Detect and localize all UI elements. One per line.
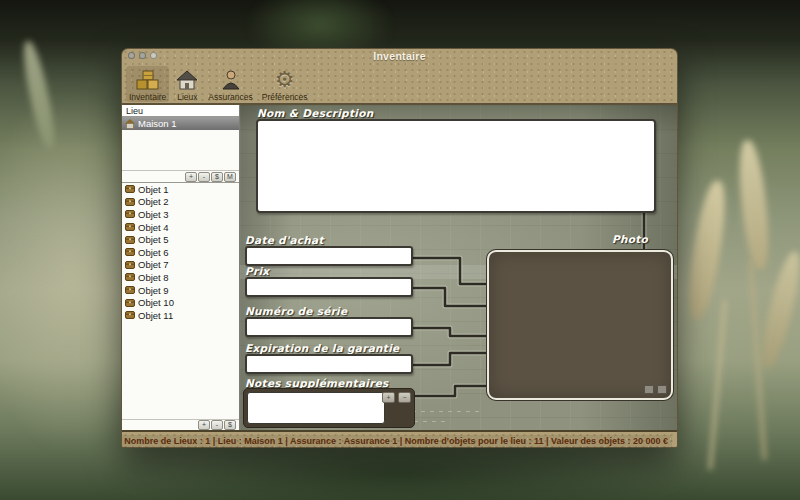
- object-row[interactable]: Objet 3: [122, 208, 239, 221]
- statusbar: Nombre de Lieux : 1 | Lieu : Maison 1 | …: [122, 430, 677, 448]
- wallpaper-foxtail: [683, 179, 731, 321]
- photo-prev-button[interactable]: [644, 385, 654, 394]
- toolbar: Inventaire Lieux: [122, 63, 677, 105]
- notes-textarea[interactable]: [247, 392, 385, 424]
- warranty-input[interactable]: [245, 354, 413, 374]
- object-list: Objet 1 Objet 2: [122, 183, 239, 322]
- lieu-list: Maison 1: [122, 117, 239, 130]
- photo-well[interactable]: [487, 250, 673, 400]
- detail-panel: Nom & Description Date d'achat Prix Numé…: [240, 105, 677, 430]
- chest-icon: [125, 273, 135, 281]
- photo-label: Photo: [612, 233, 648, 245]
- object-label: Objet 11: [138, 310, 173, 321]
- description-textarea[interactable]: [256, 119, 656, 213]
- chest-icon: [125, 236, 135, 244]
- list-action-button[interactable]: -: [211, 420, 223, 430]
- notes-add-button[interactable]: +: [382, 392, 395, 403]
- object-row[interactable]: Objet 6: [122, 246, 239, 259]
- chest-icon: [125, 261, 135, 269]
- chest-icon: [125, 248, 135, 256]
- object-label: Objet 3: [138, 209, 169, 220]
- titlebar[interactable]: Inventaire: [122, 49, 677, 63]
- prix-input[interactable]: [245, 277, 413, 297]
- object-row[interactable]: Objet 9: [122, 284, 239, 297]
- house-icon: [175, 67, 199, 92]
- object-actions: +-$: [122, 419, 239, 430]
- list-action-button[interactable]: $: [224, 420, 236, 430]
- serial-label: Numéro de série: [245, 305, 347, 317]
- sidebar: Lieu Maison 1 +-$M: [122, 105, 240, 430]
- chest-icon: [125, 198, 135, 206]
- wallpaper-foxtail: [735, 139, 772, 271]
- toolbar-item-lieux[interactable]: Lieux: [172, 66, 202, 102]
- toolbar-label: Inventaire: [129, 92, 166, 102]
- prix-label: Prix: [245, 265, 269, 277]
- desktop: Inventaire Inventaire: [0, 0, 800, 500]
- window-content: Lieu Maison 1 +-$M: [122, 105, 677, 430]
- chest-icon: [125, 185, 135, 193]
- notes-remove-button[interactable]: −: [398, 392, 411, 403]
- notes-container: + −: [243, 388, 415, 428]
- object-row[interactable]: Objet 2: [122, 196, 239, 209]
- toolbar-item-preferences[interactable]: ⚙ Préférences: [259, 66, 311, 102]
- list-action-button[interactable]: $: [211, 172, 223, 182]
- date-input[interactable]: [245, 246, 413, 266]
- lieu-row[interactable]: Maison 1: [122, 117, 239, 130]
- lieu-actions: +-$M: [122, 170, 239, 183]
- wallpaper-grass-stem: [749, 260, 766, 460]
- gear-icon: ⚙: [275, 67, 295, 92]
- object-row[interactable]: Objet 4: [122, 221, 239, 234]
- list-action-button[interactable]: +: [185, 172, 197, 182]
- wallpaper-foxtail: [19, 39, 59, 150]
- list-action-button[interactable]: -: [198, 172, 210, 182]
- object-row[interactable]: Objet 11: [122, 309, 239, 322]
- lieu-list-header: Lieu: [122, 105, 239, 117]
- object-label: Objet 8: [138, 272, 169, 283]
- object-row[interactable]: Objet 7: [122, 259, 239, 272]
- status-text: Nombre de Lieux : 1 | Lieu : Maison 1 | …: [121, 435, 672, 447]
- object-label: Objet 7: [138, 259, 169, 270]
- toolbar-item-assurances[interactable]: Assurances: [205, 66, 255, 102]
- serial-input[interactable]: [245, 317, 413, 337]
- date-label: Date d'achat: [245, 234, 324, 246]
- object-label: Objet 1: [138, 184, 169, 195]
- object-label: Objet 2: [138, 196, 169, 207]
- chest-icon: [125, 210, 135, 218]
- zoom-button[interactable]: [150, 52, 157, 59]
- house-icon: [125, 119, 135, 129]
- window-title: Inventaire: [122, 49, 677, 63]
- wallpaper-foxtail: [756, 249, 800, 371]
- minimize-button[interactable]: [139, 52, 146, 59]
- object-label: Objet 5: [138, 234, 169, 245]
- person-icon: [219, 67, 243, 92]
- object-label: Objet 10: [138, 297, 174, 308]
- object-label: Objet 6: [138, 247, 169, 258]
- object-row[interactable]: Objet 1: [122, 183, 239, 196]
- warranty-label: Expiration de la garantie: [245, 342, 400, 354]
- chest-icon: [125, 286, 135, 294]
- description-label: Nom & Description: [257, 107, 373, 119]
- chest-icon: [125, 311, 135, 319]
- app-window: Inventaire Inventaire: [121, 48, 678, 448]
- photo-next-button[interactable]: [657, 385, 667, 394]
- object-label: Objet 9: [138, 285, 169, 296]
- inventory-boxes-icon: [135, 67, 161, 92]
- lieu-label: Maison 1: [138, 118, 177, 129]
- toolbar-label: Assurances: [208, 92, 252, 102]
- chest-icon: [125, 299, 135, 307]
- object-row[interactable]: Objet 8: [122, 271, 239, 284]
- object-row[interactable]: Objet 5: [122, 233, 239, 246]
- list-action-button[interactable]: +: [198, 420, 210, 430]
- toolbar-label: Lieux: [177, 92, 197, 102]
- object-label: Objet 4: [138, 222, 169, 233]
- lieu-list-empty-area: [122, 130, 239, 170]
- list-action-button[interactable]: M: [224, 172, 236, 182]
- wallpaper-grass-stem: [709, 300, 727, 470]
- chest-icon: [125, 223, 135, 231]
- object-row[interactable]: Objet 10: [122, 296, 239, 309]
- close-button[interactable]: [128, 52, 135, 59]
- toolbar-item-inventaire[interactable]: Inventaire: [126, 66, 169, 102]
- toolbar-label: Préférences: [262, 92, 308, 102]
